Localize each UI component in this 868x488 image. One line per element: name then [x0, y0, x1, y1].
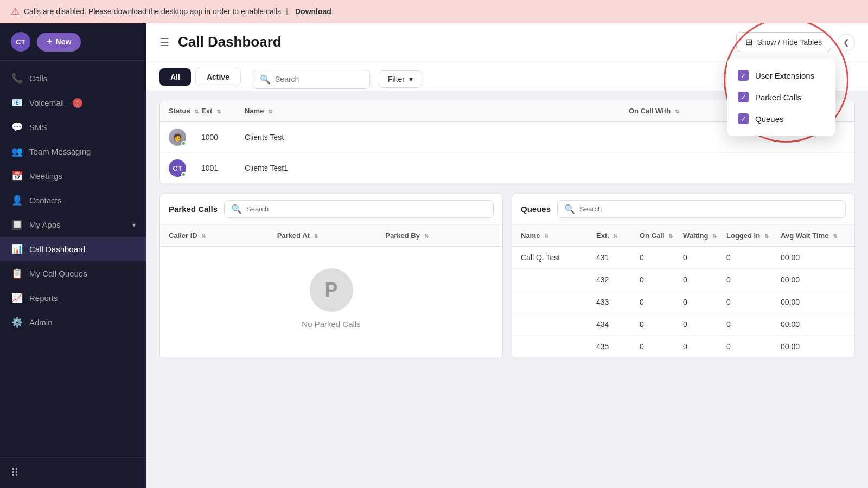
queue-avg-wait: 00:00 [781, 298, 846, 306]
col-queue-name[interactable]: Name ⇅ [521, 232, 596, 240]
dropdown-label-parked-calls: Parked Calls [755, 93, 801, 102]
queue-on-call: 0 [640, 342, 683, 351]
tab-all[interactable]: All [159, 68, 191, 86]
sidebar-item-meetings[interactable]: 📅 Meetings [0, 164, 146, 188]
queue-waiting: 0 [683, 253, 726, 262]
queue-avg-wait: 00:00 [781, 320, 846, 329]
search-icon: 🔍 [260, 74, 271, 85]
col-queue-logged-in[interactable]: Logged In ⇅ [726, 232, 781, 240]
calls-icon: 📞 [11, 73, 23, 84]
col-parked-by[interactable]: Parked By ⇅ [385, 232, 494, 240]
my-call-queues-icon: 📋 [11, 268, 23, 279]
filter-button[interactable]: Filter ▾ [379, 70, 422, 88]
new-button-label: New [56, 37, 72, 46]
checkbox-queues[interactable]: ✓ [738, 113, 749, 124]
download-link[interactable]: Download [295, 7, 331, 16]
queues-header: Queues 🔍 [512, 194, 854, 225]
show-hide-dropdown: ✓ User Extensions ✓ Parked Calls ✓ Queue… [727, 58, 835, 136]
row-status: 🧑 [169, 129, 201, 146]
queue-avg-wait: 00:00 [781, 253, 846, 262]
queue-on-call: 0 [640, 253, 683, 262]
sidebar-item-contacts[interactable]: 👤 Contacts [0, 188, 146, 213]
sidebar-item-voicemail[interactable]: 📧 Voicemail 1 [0, 91, 146, 115]
queues-search-box: 🔍 [557, 200, 846, 218]
warning-text: Calls are disabled. Please download the … [24, 7, 281, 16]
sidebar-item-label: Contacts [29, 196, 61, 205]
parked-calls-header: Parked Calls 🔍 [160, 194, 502, 225]
header-actions: ⊞ Show / Hide Tables ❮ [736, 32, 855, 52]
contacts-icon: 👤 [11, 195, 23, 206]
show-hide-tables-button[interactable]: ⊞ Show / Hide Tables [736, 32, 831, 52]
checkbox-user-extensions[interactable]: ✓ [738, 70, 749, 81]
table-row: 435 0 0 0 00:00 [512, 336, 854, 358]
dropdown-item-queues[interactable]: ✓ Queues [727, 108, 835, 130]
col-on-call-with[interactable]: On Call With ⇅ [629, 107, 737, 115]
grid-icon[interactable]: ⠿ [11, 467, 19, 479]
search-icon: 🔍 [231, 204, 242, 214]
sidebar-item-my-apps[interactable]: 🔲 My Apps ▾ [0, 213, 146, 237]
sidebar-item-label: Meetings [29, 171, 62, 181]
queue-ext: 433 [596, 298, 640, 306]
col-queue-on-call[interactable]: On Call ⇅ [640, 232, 683, 240]
collapse-sidebar-button[interactable]: ❮ [838, 34, 855, 51]
sidebar-header: CT + New [0, 23, 146, 61]
col-queue-ext[interactable]: Ext. ⇅ [596, 232, 640, 240]
page-title: Call Dashboard [178, 34, 727, 50]
sidebar-item-calls[interactable]: 📞 Calls [0, 66, 146, 91]
sidebar-item-admin[interactable]: ⚙️ Admin [0, 310, 146, 335]
online-status-dot [181, 141, 186, 146]
queue-on-call: 0 [640, 320, 683, 329]
my-apps-icon: 🔲 [11, 219, 23, 230]
sms-icon: 💬 [11, 121, 23, 133]
new-button[interactable]: + New [37, 33, 81, 52]
online-status-dot [181, 172, 186, 177]
sidebar-item-my-call-queues[interactable]: 📋 My Call Queues [0, 261, 146, 286]
warning-bar: ⚠ Calls are disabled. Please download th… [0, 0, 868, 23]
dropdown-item-user-extensions[interactable]: ✓ User Extensions [727, 65, 835, 86]
queues-search-input[interactable] [579, 205, 839, 213]
warning-icon: ⚠ [11, 5, 20, 17]
tab-active[interactable]: Active [195, 68, 241, 86]
queue-waiting: 0 [683, 298, 726, 306]
show-hide-label: Show / Hide Tables [757, 38, 822, 47]
parked-calls-search-input[interactable] [246, 205, 487, 213]
filter-label: Filter [388, 75, 405, 84]
col-queue-waiting[interactable]: Waiting ⇅ [683, 232, 726, 240]
main-search-box: 🔍 [252, 70, 370, 89]
queue-on-call: 0 [640, 298, 683, 306]
admin-icon: ⚙️ [11, 317, 23, 328]
parked-calls-empty-text: No Parked Calls [302, 319, 360, 329]
queue-waiting: 0 [683, 275, 726, 284]
checkbox-parked-calls[interactable]: ✓ [738, 92, 749, 102]
col-caller-id[interactable]: Caller ID ⇅ [169, 232, 277, 240]
sidebar-item-team-messaging[interactable]: 👥 Team Messaging [0, 139, 146, 164]
sidebar-item-sms[interactable]: 💬 SMS [0, 115, 146, 139]
sidebar-item-reports[interactable]: 📈 Reports [0, 286, 146, 310]
table-icon: ⊞ [745, 37, 752, 47]
team-messaging-icon: 👥 [11, 146, 23, 157]
col-parked-at[interactable]: Parked At ⇅ [277, 232, 386, 240]
queues-title: Queues [521, 204, 551, 214]
queue-avg-wait: 00:00 [781, 275, 846, 284]
parked-calls-title: Parked Calls [169, 204, 218, 214]
row-name: Clients Test [245, 133, 629, 142]
queues-columns: Name ⇅ Ext. ⇅ On Call ⇅ Waiting ⇅ Logged… [512, 225, 854, 247]
main-search-input[interactable] [275, 75, 362, 84]
empty-parked-icon: P [310, 268, 353, 312]
col-ext[interactable]: Ext ⇅ [201, 107, 245, 115]
dropdown-item-parked-calls[interactable]: ✓ Parked Calls [727, 86, 835, 108]
col-status[interactable]: Status ⇅ [169, 107, 201, 115]
queue-ext: 434 [596, 320, 640, 329]
col-queue-avg-wait[interactable]: Avg Wait Time ⇅ [781, 232, 846, 240]
sidebar-item-label: Voicemail [29, 98, 64, 107]
sidebar-item-call-dashboard[interactable]: 📊 Call Dashboard [0, 237, 146, 261]
info-icon[interactable]: ℹ [285, 7, 289, 17]
hamburger-icon[interactable]: ☰ [159, 36, 169, 49]
queues-table: Queues 🔍 Name ⇅ Ext. ⇅ On Call ⇅ Waiting… [512, 193, 855, 358]
sidebar-bottom: ⠿ [0, 457, 146, 488]
col-name[interactable]: Name ⇅ [245, 107, 629, 115]
queue-logged-in: 0 [726, 342, 781, 351]
queue-name: Call Q. Test [521, 253, 596, 262]
sidebar-item-label: Calls [29, 74, 47, 83]
queue-ext: 435 [596, 342, 640, 351]
